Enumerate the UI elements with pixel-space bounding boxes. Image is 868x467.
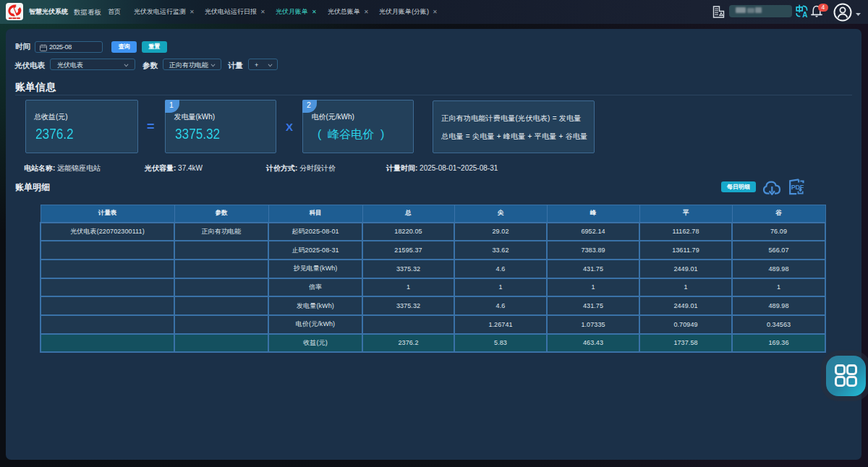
svg-text:A: A <box>802 11 807 18</box>
svg-text:PDF: PDF <box>791 184 804 191</box>
